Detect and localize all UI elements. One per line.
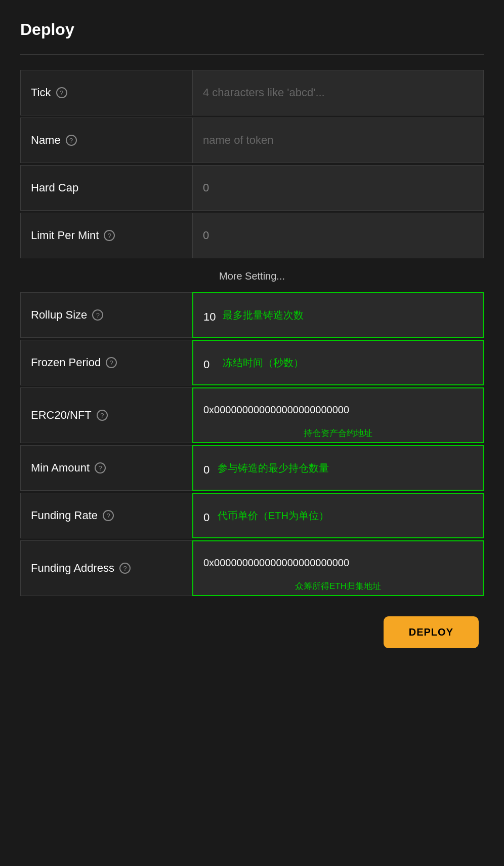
tick-input[interactable] (192, 70, 484, 115)
min-amount-help-icon[interactable]: ? (95, 462, 106, 474)
name-input-wrap (192, 117, 484, 163)
page-title: Deploy (20, 20, 484, 39)
min-amount-row: Min Amount ? 参与铸造的最少持仓数量 (20, 445, 484, 491)
funding-address-input-wrap: 众筹所得ETH归集地址 (192, 540, 484, 596)
rollup-size-label: Rollup Size ? (20, 292, 192, 338)
rollup-size-help-icon[interactable]: ? (92, 309, 103, 321)
deploy-button-wrap: DEPLOY (20, 616, 484, 648)
divider (20, 54, 484, 55)
tick-input-wrap (192, 70, 484, 115)
funding-rate-row: Funding Rate ? 代币单价（ETH为单位） (20, 493, 484, 538)
erc20-nft-input-container: 持仓资产合约地址 (192, 387, 484, 443)
funding-rate-input-wrap: 代币单价（ETH为单位） (192, 493, 484, 538)
more-setting-toggle[interactable]: More Setting... (20, 260, 484, 292)
erc20-nft-input-wrap: 持仓资产合约地址 (192, 387, 484, 443)
hard-cap-row: Hard Cap (20, 165, 484, 211)
frozen-period-input-container: 冻结时间（秒数） (192, 340, 484, 385)
tick-label: Tick ? (20, 70, 192, 115)
name-label: Name ? (20, 117, 192, 163)
min-amount-label: Min Amount ? (20, 445, 192, 491)
erc20-nft-label: ERC20/NFT ? (20, 387, 192, 443)
funding-rate-help-icon[interactable]: ? (103, 510, 114, 521)
frozen-period-help-icon[interactable]: ? (106, 357, 117, 368)
funding-rate-label: Funding Rate ? (20, 493, 192, 538)
name-help-icon[interactable]: ? (66, 135, 77, 146)
funding-rate-input[interactable] (192, 493, 484, 538)
frozen-period-input-wrap: 冻结时间（秒数） (192, 340, 484, 385)
erc20-nft-help-icon[interactable]: ? (97, 410, 108, 421)
rollup-size-row: Rollup Size ? 最多批量铸造次数 (20, 292, 484, 338)
min-amount-input[interactable] (192, 445, 484, 491)
funding-address-input-container: 众筹所得ETH归集地址 (192, 540, 484, 596)
funding-address-help-icon[interactable]: ? (119, 563, 131, 574)
rollup-size-input[interactable] (192, 292, 484, 338)
funding-address-input[interactable] (192, 540, 484, 596)
frozen-period-input[interactable] (192, 340, 484, 385)
limit-per-mint-input-wrap (192, 213, 484, 258)
min-amount-input-container: 参与铸造的最少持仓数量 (192, 445, 484, 491)
frozen-period-row: Frozen Period ? 冻结时间（秒数） (20, 340, 484, 385)
limit-per-mint-row: Limit Per Mint ? (20, 213, 484, 258)
funding-address-row: Funding Address ? 众筹所得ETH归集地址 (20, 540, 484, 596)
erc20-nft-row: ERC20/NFT ? 持仓资产合约地址 (20, 387, 484, 443)
limit-per-mint-help-icon[interactable]: ? (104, 230, 115, 241)
funding-address-label: Funding Address ? (20, 540, 192, 596)
hard-cap-input[interactable] (192, 165, 484, 211)
limit-per-mint-label: Limit Per Mint ? (20, 213, 192, 258)
erc20-nft-input[interactable] (192, 387, 484, 443)
funding-rate-input-container: 代币单价（ETH为单位） (192, 493, 484, 538)
name-row: Name ? (20, 117, 484, 163)
tick-row: Tick ? (20, 70, 484, 115)
min-amount-input-wrap: 参与铸造的最少持仓数量 (192, 445, 484, 491)
limit-per-mint-input[interactable] (192, 213, 484, 258)
rollup-size-input-wrap: 最多批量铸造次数 (192, 292, 484, 338)
frozen-period-label: Frozen Period ? (20, 340, 192, 385)
hard-cap-label: Hard Cap (20, 165, 192, 211)
tick-help-icon[interactable]: ? (56, 87, 67, 98)
rollup-size-input-container: 最多批量铸造次数 (192, 292, 484, 338)
hard-cap-input-wrap (192, 165, 484, 211)
deploy-button[interactable]: DEPLOY (384, 616, 479, 648)
name-input[interactable] (192, 117, 484, 163)
